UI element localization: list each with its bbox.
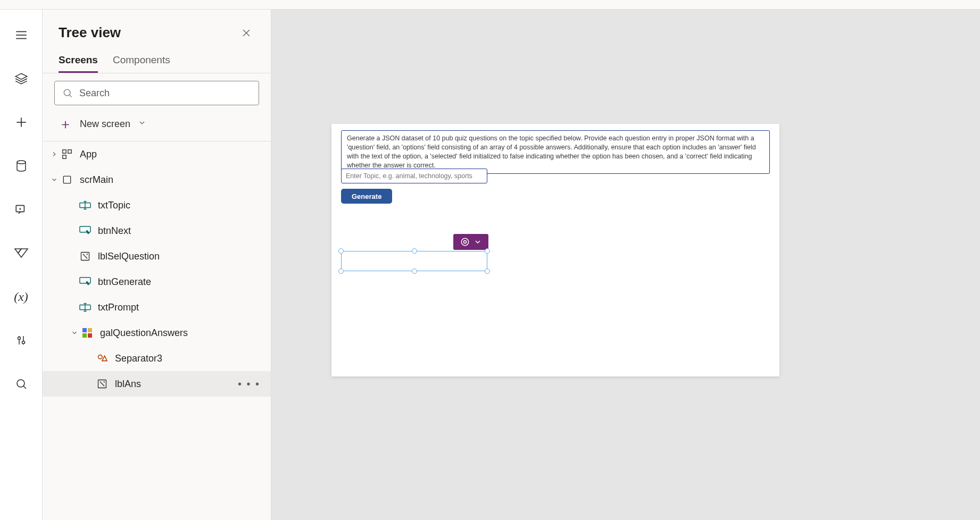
- label-icon: [96, 378, 109, 390]
- tree-label: lblSelQuestion: [98, 251, 160, 262]
- svg-rect-38: [82, 333, 87, 338]
- resize-handle[interactable]: [338, 248, 344, 254]
- expander-expanded-icon[interactable]: [48, 176, 61, 183]
- tree-search-input[interactable]: [79, 88, 251, 99]
- svg-rect-39: [88, 333, 92, 338]
- generate-button[interactable]: Generate: [341, 189, 392, 204]
- canvas-background[interactable]: Generate a JSON dataset of 10 pub quiz q…: [271, 10, 980, 520]
- screen-icon: [61, 173, 73, 186]
- tree-node-btnnext[interactable]: btnNext: [43, 218, 271, 244]
- formula-bar-area: [0, 0, 980, 10]
- svg-rect-37: [88, 328, 92, 332]
- svg-point-40: [98, 355, 102, 359]
- svg-line-15: [23, 386, 26, 389]
- panel-title: Tree view: [59, 24, 121, 41]
- close-panel-button[interactable]: [238, 24, 255, 44]
- svg-line-30: [83, 254, 87, 258]
- svg-marker-41: [102, 356, 107, 360]
- svg-rect-21: [68, 150, 71, 153]
- button-icon: [79, 224, 92, 237]
- tree-node-scrmain[interactable]: scrMain: [43, 167, 271, 192]
- svg-point-45: [464, 241, 467, 244]
- svg-point-18: [64, 89, 70, 96]
- tree-view-icon[interactable]: [9, 66, 34, 91]
- svg-point-44: [461, 238, 468, 245]
- left-nav-rail: (x): [0, 10, 43, 520]
- svg-rect-28: [80, 227, 90, 232]
- tree-view-panel: Tree view Screens Components ＋ New scree…: [43, 10, 271, 520]
- tree-label: scrMain: [80, 174, 113, 186]
- svg-marker-9: [18, 249, 28, 257]
- button-icon: [79, 275, 92, 288]
- svg-rect-22: [63, 155, 66, 158]
- txttopic-control[interactable]: [341, 169, 487, 183]
- tree-label: galQuestionAnswers: [100, 328, 188, 339]
- tree-node-lblans[interactable]: lblAns • • •: [43, 371, 271, 397]
- new-screen-button[interactable]: ＋ New screen: [43, 112, 271, 141]
- svg-point-11: [18, 337, 20, 340]
- panel-tabs: Screens Components: [43, 44, 271, 73]
- label-icon: [79, 250, 92, 263]
- tree-search-box[interactable]: [54, 81, 259, 105]
- resize-handle[interactable]: [485, 269, 490, 274]
- svg-point-14: [17, 380, 24, 387]
- tree-label: txtTopic: [98, 200, 130, 211]
- tree-node-txtprompt[interactable]: txtPrompt: [43, 295, 271, 320]
- chevron-down-icon: [138, 119, 146, 130]
- tree-list: App scrMain txtTopic btnNext: [43, 141, 271, 520]
- data-icon[interactable]: [9, 153, 34, 179]
- gallery-icon: [81, 326, 94, 339]
- svg-rect-23: [63, 176, 70, 183]
- svg-line-43: [100, 382, 104, 386]
- resize-handle[interactable]: [412, 248, 417, 254]
- tree-label: App: [80, 149, 97, 160]
- separator-icon: [96, 352, 109, 365]
- media-icon[interactable]: [9, 197, 34, 222]
- hamburger-icon[interactable]: [9, 22, 34, 48]
- tree-node-galquestionanswers[interactable]: galQuestionAnswers: [43, 320, 271, 346]
- resize-handle[interactable]: [338, 269, 344, 274]
- variables-icon[interactable]: (x): [9, 284, 34, 309]
- more-options-icon[interactable]: • • •: [238, 378, 260, 390]
- app-icon: [61, 148, 73, 161]
- svg-point-13: [22, 341, 24, 344]
- search-rail-icon[interactable]: [9, 371, 34, 397]
- tab-components[interactable]: Components: [113, 54, 170, 73]
- tab-screens[interactable]: Screens: [59, 54, 98, 73]
- svg-marker-3: [15, 73, 27, 79]
- tree-node-txttopic[interactable]: txtTopic: [43, 192, 271, 218]
- svg-rect-36: [82, 328, 87, 332]
- tools-icon[interactable]: [9, 328, 34, 353]
- new-screen-label: New screen: [80, 119, 130, 130]
- expander-collapsed-icon[interactable]: [48, 150, 61, 158]
- tree-node-app[interactable]: App: [43, 141, 271, 167]
- app-canvas[interactable]: Generate a JSON dataset of 10 pub quiz q…: [331, 124, 779, 376]
- svg-line-19: [69, 95, 71, 97]
- tree-node-btngenerate[interactable]: btnGenerate: [43, 269, 271, 295]
- tree-node-lblselquestion[interactable]: lblSelQuestion: [43, 244, 271, 269]
- insert-icon[interactable]: [9, 110, 34, 135]
- text-input-icon: [79, 199, 92, 212]
- svg-rect-20: [63, 150, 66, 153]
- resize-handle[interactable]: [412, 269, 417, 274]
- selected-lblans-control[interactable]: [341, 251, 487, 271]
- tree-label: btnGenerate: [98, 276, 151, 288]
- svg-point-6: [17, 161, 26, 164]
- tree-node-separator3[interactable]: Separator3: [43, 346, 271, 371]
- tree-label: btnNext: [98, 225, 131, 237]
- power-automate-icon[interactable]: [9, 240, 34, 266]
- tree-label: Separator3: [115, 353, 162, 364]
- plus-icon: ＋: [59, 115, 72, 133]
- tree-label: txtPrompt: [98, 302, 139, 313]
- txtprompt-control[interactable]: Generate a JSON dataset of 10 pub quiz q…: [341, 130, 770, 174]
- svg-rect-31: [80, 278, 90, 283]
- copilot-badge[interactable]: [453, 234, 488, 250]
- tree-label: lblAns: [115, 379, 141, 390]
- expander-expanded-icon[interactable]: [68, 329, 81, 337]
- resize-handle[interactable]: [485, 248, 490, 254]
- text-input-icon: [79, 301, 92, 314]
